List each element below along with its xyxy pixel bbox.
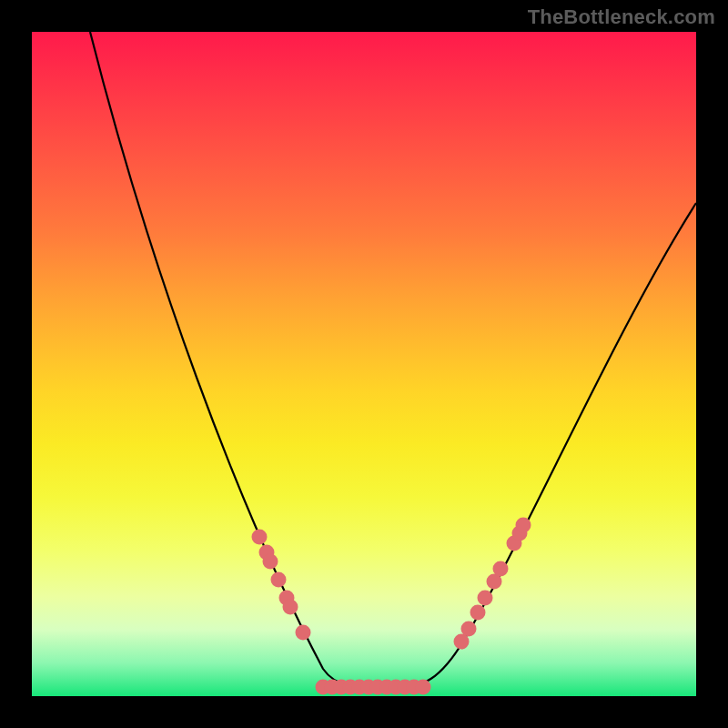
dot-left-0 <box>252 530 268 545</box>
right-curve <box>391 203 696 689</box>
curve-layer <box>32 32 696 696</box>
dot-right-2 <box>470 605 486 621</box>
chart-frame: TheBottleneck.com <box>0 0 728 728</box>
dots-group <box>252 518 531 695</box>
dot-left-3 <box>271 572 287 588</box>
watermark-text: TheBottleneck.com <box>528 5 715 29</box>
dot-right-1 <box>461 622 477 637</box>
plot-area <box>32 32 696 696</box>
left-curve <box>90 32 391 689</box>
dot-bottom-11 <box>416 680 431 695</box>
dot-right-5 <box>493 561 509 577</box>
dot-right-3 <box>478 591 493 606</box>
dot-left-2 <box>263 554 278 570</box>
dot-left-5 <box>283 600 298 615</box>
dot-left-6 <box>296 625 311 641</box>
dot-right-8 <box>516 518 531 533</box>
